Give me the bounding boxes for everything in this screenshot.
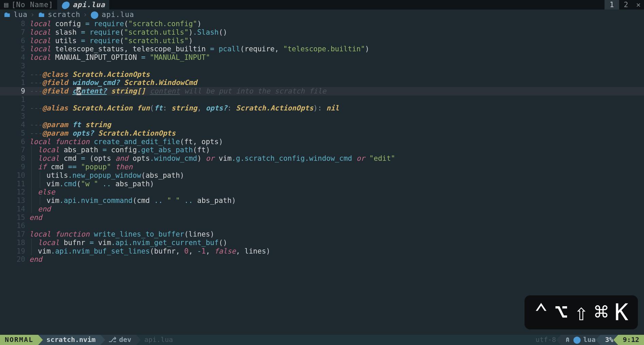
code-line[interactable]: 10│ │ utils.new_popup_window(abs_path)	[0, 171, 644, 180]
code-content[interactable]: local function create_and_edit_file(ft, …	[29, 138, 644, 146]
code-content[interactable]: end	[29, 255, 644, 264]
code-content[interactable]: local utils = require("scratch.utils")	[29, 37, 644, 45]
code-line[interactable]: 6local function create_and_edit_file(ft,…	[0, 138, 644, 146]
code-line[interactable]: 18│ local bufnr = vim.api.nvim_get_curre…	[0, 239, 644, 247]
tabline-right: 1 2 ✕	[605, 0, 644, 10]
code-content[interactable]: local config = require("scratch.config")	[29, 20, 644, 28]
statusline-mode: NORMAL	[0, 335, 38, 345]
code-line[interactable]: 6local utils = require("scratch.utils")	[0, 37, 644, 45]
code-content[interactable]: local telescope_status, telescope_builti…	[29, 45, 644, 53]
line-number: 14	[0, 205, 29, 213]
code-content[interactable]	[29, 112, 644, 121]
code-line[interactable]: 13│ │ vim.api.nvim_command(cmd .. " " ..…	[0, 196, 644, 205]
line-number: 11	[0, 180, 29, 188]
code-content[interactable]: ---@param ft string	[29, 121, 644, 129]
code-content[interactable]: local MANUAL_INPUT_OPTION = "MANUAL_INPU…	[29, 53, 644, 62]
code-content[interactable]: │ else	[29, 188, 644, 196]
code-content[interactable]	[29, 96, 644, 104]
code-line[interactable]: 15end	[0, 213, 644, 222]
line-number: 12	[0, 188, 29, 196]
ctrl-icon: ⌃	[534, 299, 554, 326]
code-content[interactable]	[29, 62, 644, 70]
line-number: 4	[0, 121, 29, 129]
breadcrumb-segment[interactable]: scratch	[48, 11, 81, 19]
tabpage-2[interactable]: 2	[619, 0, 633, 10]
line-number: 7	[0, 28, 29, 37]
line-number: 8	[0, 154, 29, 163]
statusline-filetype: ⍝ ⬤ lua	[561, 335, 600, 345]
lua-icon: ⬤	[61, 1, 70, 9]
code-line[interactable]: 3	[0, 112, 644, 121]
line-number: 6	[0, 138, 29, 146]
code-content[interactable]: local slash = require("scratch.utils").S…	[29, 28, 644, 37]
line-number: 5	[0, 129, 29, 138]
line-number: 15	[0, 213, 29, 222]
breadcrumb-segment[interactable]: api.lua	[102, 11, 134, 19]
code-content[interactable]: local function write_lines_to_buffer(lin…	[29, 230, 644, 239]
code-content[interactable]: │ local bufnr = vim.api.nvim_get_current…	[29, 239, 644, 247]
code-line[interactable]: 4local MANUAL_INPUT_OPTION = "MANUAL_INP…	[0, 53, 644, 62]
code-line[interactable]: 7local slash = require("scratch.utils").…	[0, 28, 644, 37]
line-number: 9	[0, 163, 29, 171]
code-content[interactable]: ---@alias Scratch.Action fun(ft: string,…	[29, 104, 644, 113]
code-content[interactable]: │ │ vim.cmd("w " .. abs_path)	[29, 180, 644, 188]
line-number: 18	[0, 239, 29, 247]
code-content[interactable]: ---@param opts? Scratch.ActionOpts	[29, 129, 644, 138]
code-content[interactable]: │ │ vim.api.nvim_command(cmd .. " " .. a…	[29, 196, 644, 205]
breadcrumb-segment[interactable]: lua	[14, 11, 28, 19]
code-line[interactable]: 5local telescope_status, telescope_built…	[0, 45, 644, 53]
winbar-breadcrumb: 🖿 lua › 🖿 scratch › ⬤ api.lua	[0, 10, 644, 20]
code-line[interactable]: 17local function write_lines_to_buffer(l…	[0, 230, 644, 239]
statusline: NORMAL scratch.nvim ⎇ dev api.lua utf-8 …	[0, 335, 644, 345]
tabpage-1[interactable]: 1	[605, 0, 619, 10]
line-number: 2	[0, 70, 29, 79]
code-line[interactable]: 12│ else	[0, 188, 644, 196]
code-content[interactable]: │ if cmd == "popup" then	[29, 163, 644, 171]
lua-icon: ⬤	[573, 336, 581, 344]
chevron-right-icon: ›	[30, 11, 35, 19]
tab-inactive[interactable]: ▤ [No Name]	[0, 0, 57, 10]
code-line[interactable]: 5---@param opts? Scratch.ActionOpts	[0, 129, 644, 138]
line-number: 7	[0, 146, 29, 154]
git-branch-icon: ⎇	[109, 336, 116, 344]
encoding: utf-8	[535, 336, 556, 344]
code-line[interactable]: 2---@alias Scratch.Action fun(ft: string…	[0, 104, 644, 113]
code-line[interactable]: 8local config = require("scratch.config"…	[0, 20, 644, 28]
close-icon[interactable]: ✕	[633, 0, 644, 10]
tab-active[interactable]: ⬤ api.lua	[57, 0, 109, 10]
code-line[interactable]: 16	[0, 222, 644, 230]
code-content[interactable]: end	[29, 213, 644, 222]
code-content[interactable]: ---@field content? string[] content will…	[29, 87, 644, 96]
editor-viewport[interactable]: 8local config = require("scratch.config"…	[0, 20, 644, 335]
code-line[interactable]: 9---@field content? string[] content wil…	[0, 87, 644, 96]
code-content[interactable]: │ end	[29, 205, 644, 213]
code-content[interactable]: │ local cmd = (opts and opts.window_cmd)…	[29, 154, 644, 163]
code-content[interactable]: │ │ utils.new_popup_window(abs_path)	[29, 171, 644, 180]
line-number: 3	[0, 62, 29, 70]
folder-icon: 🖿	[38, 11, 45, 19]
code-line[interactable]: 9│ if cmd == "popup" then	[0, 163, 644, 171]
code-line[interactable]: 14│ end	[0, 205, 644, 213]
folder-icon: 🖿	[3, 11, 11, 19]
statusline-position: 9:12	[618, 335, 644, 345]
code-content[interactable]	[29, 222, 644, 230]
line-number: 17	[0, 230, 29, 239]
code-line[interactable]: 2---@class Scratch.ActionOpts	[0, 70, 644, 79]
code-content[interactable]: │ vim.api.nvim_buf_set_lines(bufnr, 0, -…	[29, 247, 644, 256]
line-number: 13	[0, 196, 29, 205]
code-line[interactable]: 8│ local cmd = (opts and opts.window_cmd…	[0, 154, 644, 163]
line-number: 6	[0, 37, 29, 45]
option-icon: ⌥	[554, 299, 574, 326]
code-line[interactable]: 4---@param ft string	[0, 121, 644, 129]
key: K	[614, 299, 628, 326]
code-content[interactable]: ---@class Scratch.ActionOpts	[29, 70, 644, 79]
code-line[interactable]: 7│ local abs_path = config.get_abs_path(…	[0, 146, 644, 154]
code-line[interactable]: 1	[0, 96, 644, 104]
code-line[interactable]: 1---@field window_cmd? Scratch.WindowCmd	[0, 79, 644, 87]
code-line[interactable]: 11│ │ vim.cmd("w " .. abs_path)	[0, 180, 644, 188]
code-content[interactable]: │ local abs_path = config.get_abs_path(f…	[29, 146, 644, 154]
code-content[interactable]: ---@field window_cmd? Scratch.WindowCmd	[29, 79, 644, 87]
code-line[interactable]: 19│ vim.api.nvim_buf_set_lines(bufnr, 0,…	[0, 247, 644, 256]
code-line[interactable]: 20end	[0, 255, 644, 264]
code-line[interactable]: 3	[0, 62, 644, 70]
